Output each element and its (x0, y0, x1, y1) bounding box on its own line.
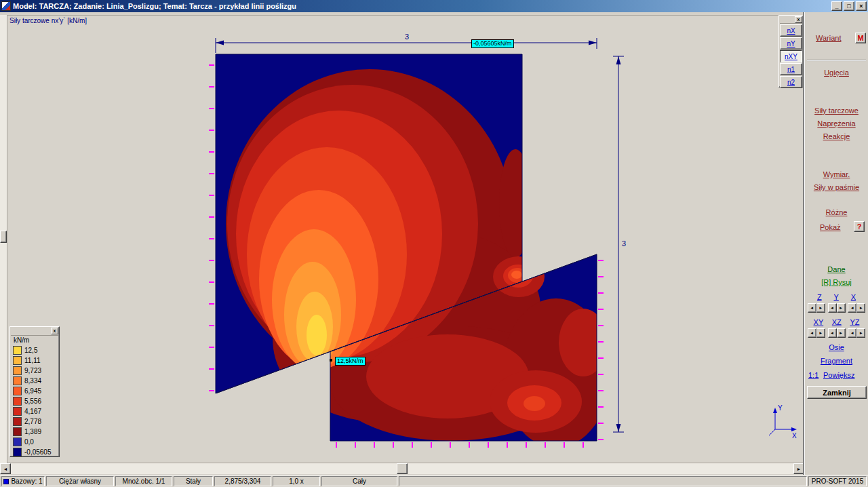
statusbar-type: Stały (174, 476, 213, 486)
statusbar-coords: 2,875/3,304 (214, 476, 271, 486)
legend-swatch (13, 387, 22, 395)
vertical-scrollbar[interactable] (0, 15, 7, 463)
sidebar: Wariant M Ugięcia Siły tarczowe Naprężen… (804, 12, 868, 475)
horizontal-scrollbar-thumb[interactable] (397, 463, 408, 474)
scroll-right-icon[interactable]: ► (793, 463, 804, 474)
rotate-y-right-icon[interactable]: ► (837, 303, 846, 313)
sidebar-dane-link[interactable]: Dane (827, 265, 845, 273)
contour-bands (226, 69, 610, 448)
close-button[interactable]: × (856, 1, 867, 11)
load-case-color-icon (3, 479, 9, 484)
canvas-title: Siły tarczowe nx'y` [kN/m] (9, 17, 87, 24)
sidebar-1-1-link[interactable]: 1:1 (808, 371, 818, 379)
contour-plot[interactable]: 3 3 Y X (0, 0, 868, 487)
legend-swatch (13, 417, 22, 426)
horizontal-scrollbar[interactable]: ◄ ► (0, 463, 804, 474)
statusbar: Bazowy: 1 Ciężar własny Mnoż.obc. 1/1 St… (0, 475, 868, 487)
titlebar: Model: TARCZA; Zadanie: Linia_Poslizgu; … (0, 0, 868, 12)
component-toolbar-close-icon[interactable]: x (795, 16, 802, 23)
sidebar-plane-xz-link[interactable]: XZ (832, 318, 842, 326)
component-n2-button[interactable]: n2 (780, 76, 802, 88)
rotate-z-left-icon[interactable]: ◄ (808, 303, 816, 313)
plane-xy-right-icon[interactable]: ► (816, 328, 825, 338)
sidebar-reakcje-link[interactable]: Reakcje (823, 132, 850, 140)
legend-swatch (13, 376, 22, 385)
rotate-y-left-icon[interactable]: ◄ (828, 303, 837, 313)
sidebar-sily-w-pasmie-link[interactable]: Siły w paśmie (814, 183, 859, 191)
legend-entry: 5,556 (11, 396, 58, 406)
legend-swatch (13, 427, 22, 436)
sidebar-axis-x-link[interactable]: X (851, 293, 856, 301)
legend-entry: 12,5 (11, 345, 58, 355)
rotate-x-left-icon[interactable]: ◄ (848, 303, 856, 313)
legend-entry: 11,11 (11, 355, 58, 366)
component-nX-button[interactable]: nX (780, 24, 802, 37)
legend-entry: 8,334 (11, 376, 58, 386)
component-nY-button[interactable]: nY (780, 37, 802, 50)
sidebar-wariant-link[interactable]: Wariant (816, 34, 842, 42)
vertical-scrollbar-thumb[interactable] (0, 231, 7, 243)
sidebar-osie-link[interactable]: Osie (829, 343, 844, 351)
statusbar-view: Cały (321, 476, 397, 486)
component-nXY-button[interactable]: nXY (780, 50, 802, 62)
sidebar-plane-yz-link[interactable]: YZ (850, 318, 859, 326)
scroll-left-icon[interactable]: ◄ (0, 463, 11, 474)
legend-entry: 2,778 (11, 416, 58, 427)
dim-height-label: 3 (622, 239, 626, 248)
legend-entry: 0,0 (11, 437, 58, 447)
sidebar-powieksz-link[interactable]: Powiększ (823, 371, 854, 379)
max-point-marker (330, 359, 332, 362)
statusbar-zoom: 1,0 x (273, 476, 320, 486)
legend-entry: 9,723 (11, 366, 58, 376)
component-n1-button[interactable]: n1 (780, 63, 802, 75)
statusbar-load-case: Ciężar własny (46, 476, 114, 486)
plane-yz-right-icon[interactable]: ► (856, 328, 865, 338)
sidebar-plane-xy-link[interactable]: XY (814, 318, 824, 326)
sidebar-wymiar-link[interactable]: Wymiar. (823, 170, 850, 178)
app-icon[interactable] (1, 1, 11, 11)
sidebar-rozne-link[interactable]: Różne (826, 208, 848, 216)
axis-x-label: X (792, 432, 797, 440)
sidebar-divider (807, 60, 866, 61)
rotate-z-right-icon[interactable]: ► (816, 303, 825, 313)
coordinate-axes-icon: Y X (769, 404, 797, 440)
statusbar-brand: PRO-SOFT 2015 (808, 476, 867, 486)
plane-xz-right-icon[interactable]: ► (837, 328, 846, 338)
legend-swatch (13, 397, 22, 406)
legend-swatch (13, 437, 22, 446)
minimize-button[interactable]: _ (831, 1, 842, 11)
m-button[interactable]: M (855, 33, 866, 43)
legend-entry: -0,05605 (11, 447, 58, 457)
sidebar-rysuj-link[interactable]: [R] Rysuj (821, 278, 852, 286)
plane-xz-left-icon[interactable]: ◄ (828, 328, 837, 338)
sidebar-fragment-link[interactable]: Fragment (821, 357, 852, 365)
sidebar-ugiecia-link[interactable]: Ugięcia (824, 69, 849, 77)
zamknij-button[interactable]: Zamknij (807, 386, 867, 399)
component-toolbar: x nX nY nXY n1 n2 (778, 15, 804, 87)
legend-panel[interactable]: x kN/m 12,5 11,11 9,723 8,334 6,945 5,55… (9, 326, 60, 457)
legend-swatch (13, 346, 22, 355)
min-value-annotation: -0,05605kN/m (471, 39, 514, 48)
sidebar-sily-tarczowe-link[interactable]: Siły tarczowe (814, 106, 859, 115)
window-title: Model: TARCZA; Zadanie: Linia_Poslizgu; … (13, 2, 830, 10)
legend-swatch (13, 366, 22, 375)
rotate-x-right-icon[interactable]: ► (856, 303, 865, 313)
help-button[interactable]: ? (854, 221, 865, 232)
legend-swatch (13, 356, 22, 365)
legend-entry: 4,167 (11, 406, 58, 416)
legend-close-icon[interactable]: x (51, 328, 58, 334)
legend-entry: 6,945 (11, 386, 58, 396)
dim-width-label: 3 (405, 33, 409, 41)
legend-title: kN/m (11, 336, 58, 345)
maximize-button[interactable]: □ (844, 1, 854, 11)
legend-swatch (13, 407, 22, 416)
axis-y-label: Y (778, 404, 783, 412)
sidebar-pokaz-link[interactable]: Pokaż (820, 223, 841, 231)
plane-yz-left-icon[interactable]: ◄ (848, 328, 856, 338)
statusbar-spacer (399, 476, 807, 486)
sidebar-axis-y-link[interactable]: Y (834, 293, 839, 301)
max-value-annotation: 12,5kN/m (335, 357, 366, 366)
plane-xy-left-icon[interactable]: ◄ (808, 328, 816, 338)
sidebar-naprezenia-link[interactable]: Naprężenia (817, 119, 855, 128)
sidebar-axis-z-link[interactable]: Z (817, 293, 822, 301)
